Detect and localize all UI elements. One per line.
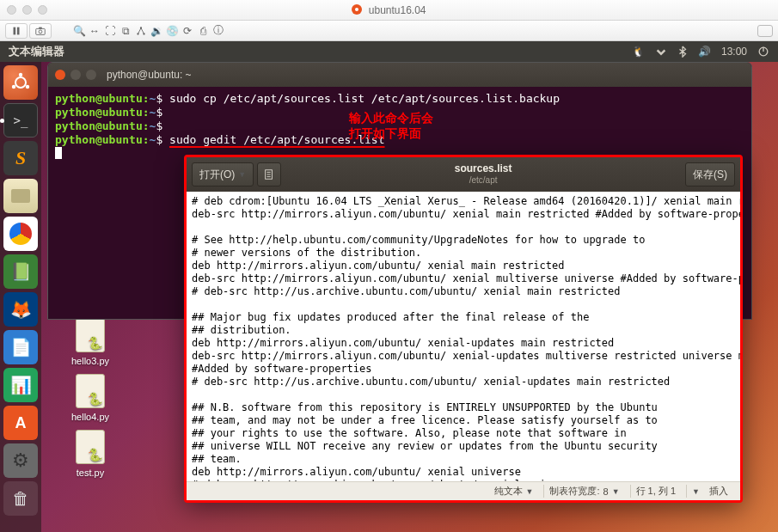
- chevron-down-icon: ▼: [238, 170, 246, 179]
- unity-launcher: [0, 62, 41, 532]
- fit-screen-icon[interactable]: ⛶: [103, 24, 117, 38]
- svg-point-3: [39, 29, 42, 33]
- foreground-app-label[interactable]: 文本编辑器: [9, 44, 64, 59]
- python-file-icon: [76, 430, 105, 464]
- svg-rect-0: [14, 27, 16, 34]
- terminal-launcher[interactable]: [3, 103, 38, 138]
- window-maximize-button[interactable]: [86, 70, 96, 80]
- annotation-text: 输入此命令后会 打开如下界面: [349, 110, 433, 141]
- vm-title: ubuntu16.04: [369, 4, 426, 16]
- trash-launcher[interactable]: [3, 481, 38, 516]
- gedit-insert-mode[interactable]: ▼ 插入: [686, 485, 733, 498]
- gedit-open-button[interactable]: 打开(O) ▼: [192, 162, 254, 187]
- writer-launcher[interactable]: [3, 330, 38, 364]
- svg-point-12: [12, 85, 15, 89]
- session-indicator-icon[interactable]: [757, 46, 769, 58]
- new-document-icon: [263, 168, 275, 180]
- gedit-headerbar[interactable]: 打开(O) ▼ sources.list /etc/apt 保存(S): [187, 157, 740, 192]
- books-launcher[interactable]: [3, 254, 38, 289]
- gedit-window[interactable]: 打开(O) ▼ sources.list /etc/apt 保存(S) # de…: [184, 155, 743, 503]
- window-close-button[interactable]: [55, 70, 65, 80]
- disk-icon[interactable]: 💿: [165, 24, 179, 38]
- desktop-file-hello3[interactable]: hello3.py: [64, 318, 116, 366]
- host-toolbar: 🔍 ↔ ⛶ ⧉ 🔉 💿 ⟳ ⎙ ⓘ: [0, 21, 778, 41]
- gedit-statusbar: 纯文本 ▼ 制表符宽度: 8 ▼ 行 1, 列 1 ▼ 插入: [187, 481, 740, 500]
- terminal-titlebar[interactable]: python@ubuntu: ~: [48, 63, 751, 87]
- desktop-file-label: hello3.py: [64, 356, 116, 366]
- unity-icon[interactable]: ⧉: [119, 24, 132, 38]
- bluetooth-indicator-icon[interactable]: [677, 46, 688, 58]
- svg-point-10: [15, 77, 26, 88]
- svg-point-13: [26, 85, 29, 89]
- terminal-cursor: [55, 147, 62, 159]
- refresh-icon[interactable]: ⟳: [181, 24, 194, 38]
- svg-rect-2: [36, 28, 46, 34]
- chrome-launcher[interactable]: [3, 217, 38, 251]
- software-launcher[interactable]: [3, 406, 38, 440]
- python-file-icon: [76, 374, 105, 408]
- gedit-text-area[interactable]: # deb cdrom:[Ubuntu 16.04 LTS _Xenial Xe…: [187, 192, 740, 481]
- chevron-down-icon: ▼: [612, 487, 620, 496]
- gedit-title: sources.list /etc/apt: [281, 162, 685, 187]
- firefox-launcher[interactable]: [3, 292, 38, 327]
- chevron-down-icon: ▼: [526, 487, 534, 496]
- terminal-line: python@ubuntu:~$ sudo cp /etc/apt/source…: [55, 92, 744, 106]
- search-icon[interactable]: 🔍: [72, 24, 86, 38]
- host-panel-toggle[interactable]: [757, 25, 773, 37]
- network-icon[interactable]: [134, 24, 148, 38]
- gedit-tabwidth-selector[interactable]: 制表符宽度: 8 ▼: [543, 485, 624, 498]
- vm-snapshot-button[interactable]: [29, 23, 52, 39]
- volume-indicator-icon[interactable]: 🔊: [698, 46, 711, 58]
- host-window-title: ubuntu16.04: [0, 4, 778, 16]
- gedit-save-button[interactable]: 保存(S): [685, 162, 735, 187]
- desktop-file-label: test.py: [64, 468, 116, 478]
- svg-point-11: [19, 73, 22, 76]
- fullscreen-arrows-icon[interactable]: ↔: [88, 24, 101, 38]
- network-indicator-icon[interactable]: [655, 46, 667, 58]
- ubuntu-logo-icon: [352, 4, 362, 15]
- gedit-cursor-position: 行 1, 列 1: [630, 485, 681, 498]
- ubuntu-dash-icon: [9, 71, 32, 94]
- sublime-launcher[interactable]: [3, 141, 38, 175]
- desktop-file-hello4[interactable]: hello4.py: [64, 374, 116, 422]
- penguin-indicator-icon[interactable]: 🐧: [632, 46, 645, 58]
- camera-icon: [34, 25, 46, 37]
- clock-indicator[interactable]: 13:00: [721, 46, 747, 58]
- info-icon[interactable]: ⓘ: [211, 24, 225, 38]
- gedit-new-tab-button[interactable]: [257, 162, 281, 187]
- gedit-syntax-selector[interactable]: 纯文本 ▼: [489, 485, 539, 498]
- ubuntu-menubar: 文本编辑器 🐧 🔊 13:00: [0, 41, 778, 62]
- settings-launcher[interactable]: [3, 443, 38, 478]
- host-titlebar: ubuntu16.04: [0, 0, 778, 21]
- files-launcher[interactable]: [3, 179, 38, 213]
- pause-icon: [10, 25, 22, 37]
- svg-rect-4: [39, 27, 42, 28]
- python-file-icon: [76, 318, 105, 352]
- terminal-title: python@ubuntu: ~: [107, 69, 192, 81]
- calc-launcher[interactable]: [3, 368, 38, 402]
- sound-icon[interactable]: 🔉: [150, 24, 163, 38]
- window-minimize-button[interactable]: [70, 70, 81, 80]
- usb-icon[interactable]: ⎙: [196, 24, 210, 38]
- desktop-file-test[interactable]: test.py: [64, 430, 116, 478]
- vm-pause-button[interactable]: [5, 23, 28, 39]
- desktop-file-label: hello4.py: [64, 412, 116, 422]
- chevron-down-icon: ▼: [692, 487, 700, 496]
- dash-launcher[interactable]: [3, 65, 38, 100]
- svg-rect-1: [17, 27, 20, 34]
